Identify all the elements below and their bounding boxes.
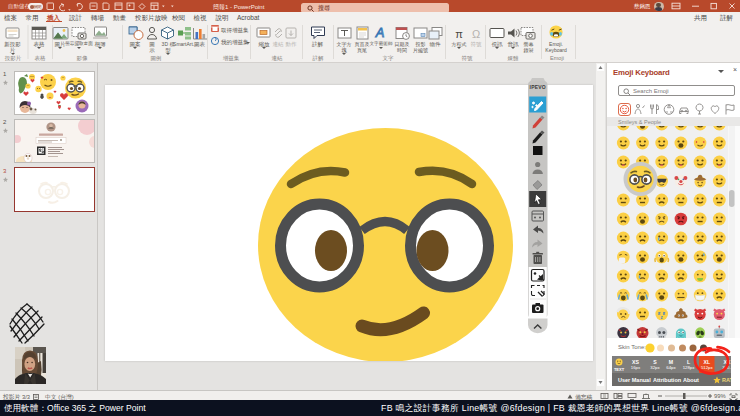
svg-text:IPEVO: IPEVO bbox=[530, 84, 546, 90]
svg-text:π: π bbox=[455, 28, 463, 40]
svg-text:Ω: Ω bbox=[472, 28, 480, 40]
svg-text:A: A bbox=[375, 25, 385, 40]
